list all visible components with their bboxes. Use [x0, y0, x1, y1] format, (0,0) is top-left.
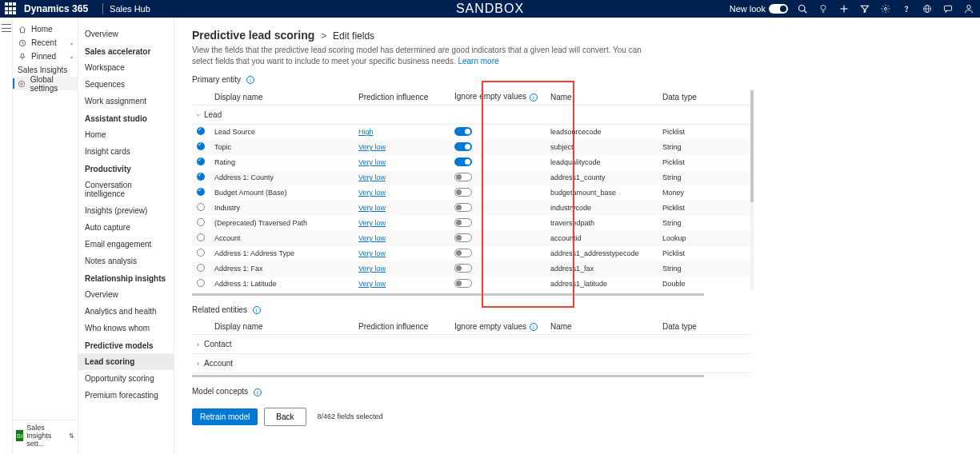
ignore-empty-toggle[interactable]	[454, 249, 472, 257]
scrollbar[interactable]	[750, 90, 754, 290]
table-row[interactable]: Lead Source High leadsourcecode Picklist	[192, 124, 752, 140]
side-analytics-health[interactable]: Analytics and health	[78, 303, 174, 320]
table-row[interactable]: Topic Very low subject String	[192, 140, 752, 155]
app-name[interactable]: Sales Hub	[110, 4, 150, 14]
area-switcher[interactable]: SI Sales Insights sett... ⇅	[13, 420, 78, 451]
ignore-empty-toggle[interactable]	[454, 264, 472, 273]
col-data-type[interactable]: Data type	[658, 319, 752, 335]
side-lead-scoring[interactable]: Lead scoring	[78, 353, 174, 370]
app-launcher-icon[interactable]	[5, 2, 18, 15]
help-icon[interactable]	[900, 2, 913, 15]
side-overview2[interactable]: Overview	[78, 286, 174, 303]
info-icon[interactable]: i	[246, 76, 254, 84]
messenger-icon[interactable]	[942, 2, 954, 15]
row-select-icon[interactable]	[197, 218, 205, 226]
col-name[interactable]: Name	[546, 319, 658, 335]
group-row-account[interactable]: ›Account	[192, 354, 752, 373]
ignore-empty-toggle[interactable]	[454, 188, 472, 197]
side-work-assignment[interactable]: Work assignment	[78, 93, 174, 110]
prediction-influence-link[interactable]: Very low	[358, 173, 386, 181]
retrain-button[interactable]: Retrain model	[192, 408, 258, 425]
prediction-influence-link[interactable]: Very low	[358, 143, 386, 151]
side-insights-preview[interactable]: Insights (preview)	[78, 202, 174, 219]
info-icon[interactable]: i	[530, 94, 538, 102]
row-select-icon[interactable]	[197, 173, 205, 181]
group-row-contact[interactable]: ›Contact	[192, 335, 752, 354]
side-sequences[interactable]: Sequences	[78, 76, 174, 93]
col-name[interactable]: Name	[546, 89, 658, 105]
ignore-empty-toggle[interactable]	[454, 173, 472, 181]
ignore-empty-toggle[interactable]	[454, 203, 472, 212]
side-notes-analysis[interactable]: Notes analysis	[78, 253, 174, 269]
nav-recent[interactable]: Recent ⌄	[13, 36, 78, 50]
col-display-name[interactable]: Display name	[210, 89, 354, 105]
person-icon[interactable]	[962, 2, 975, 15]
search-icon[interactable]	[796, 2, 809, 15]
group-row-lead[interactable]: ›Lead	[192, 105, 752, 124]
ignore-empty-toggle[interactable]	[454, 142, 472, 151]
ignore-empty-toggle[interactable]	[454, 279, 472, 288]
new-look-toggle[interactable]: New look	[730, 4, 788, 14]
gear-icon[interactable]	[879, 2, 892, 15]
table-row[interactable]: Address 1: Address Type Very low address…	[192, 246, 752, 261]
row-select-icon[interactable]	[197, 203, 205, 211]
table-row[interactable]: Address 1: County Very low address1_coun…	[192, 170, 752, 185]
ignore-empty-toggle[interactable]	[454, 218, 472, 227]
ignore-empty-toggle[interactable]	[454, 157, 472, 166]
nav-pinned[interactable]: Pinned ⌄	[13, 50, 78, 63]
table-row[interactable]: Address 1: Latitude Very low address1_la…	[192, 277, 752, 292]
ignore-empty-toggle[interactable]	[454, 233, 472, 242]
side-insight-cards[interactable]: Insight cards	[78, 143, 174, 160]
learn-more-link[interactable]: Learn more	[458, 57, 498, 66]
prediction-influence-link[interactable]: Very low	[358, 265, 386, 273]
nav-global-settings[interactable]: Global settings	[13, 77, 78, 90]
globe-icon[interactable]	[921, 2, 934, 15]
prediction-influence-link[interactable]: Very low	[358, 189, 386, 197]
table-row[interactable]: Budget Amount (Base) Very low budgetamou…	[192, 185, 752, 201]
prediction-influence-link[interactable]: Very low	[358, 249, 386, 257]
side-auto-capture[interactable]: Auto capture	[78, 219, 174, 236]
side-who-knows-whom[interactable]: Who knows whom	[78, 320, 174, 337]
prediction-influence-link[interactable]: Very low	[358, 219, 386, 227]
horizontal-scrollbar[interactable]	[192, 293, 704, 296]
row-select-icon[interactable]	[197, 249, 205, 257]
col-prediction-influence[interactable]: Prediction influence	[354, 319, 450, 335]
row-select-icon[interactable]	[197, 127, 205, 135]
side-conversation-intelligence[interactable]: Conversation intelligence	[78, 177, 174, 202]
nav-home[interactable]: Home	[13, 22, 78, 36]
back-button[interactable]: Back	[264, 408, 306, 426]
prediction-influence-link[interactable]: Very low	[358, 204, 386, 212]
row-select-icon[interactable]	[197, 264, 205, 272]
plus-icon[interactable]	[838, 2, 850, 15]
side-opportunity-scoring[interactable]: Opportunity scoring	[78, 370, 174, 387]
info-icon[interactable]: i	[253, 306, 261, 314]
table-row[interactable]: Account Very low accountid Lookup	[192, 231, 752, 246]
col-prediction-influence[interactable]: Prediction influence	[354, 89, 450, 105]
scrollbar-thumb[interactable]	[750, 90, 754, 202]
table-row[interactable]: Address 1: Fax Very low address1_fax Str…	[192, 261, 752, 277]
row-select-icon[interactable]	[197, 279, 205, 287]
prediction-influence-link[interactable]: Very low	[358, 158, 386, 166]
hamburger-icon[interactable]	[2, 24, 11, 32]
prediction-influence-link[interactable]: High	[358, 128, 374, 136]
col-ignore-empty[interactable]: Ignore empty valuesi	[450, 89, 546, 105]
col-display-name[interactable]: Display name	[210, 319, 354, 335]
lightbulb-icon[interactable]	[817, 2, 830, 15]
col-data-type[interactable]: Data type	[658, 89, 752, 105]
info-icon[interactable]: i	[530, 323, 538, 331]
col-ignore-empty[interactable]: Ignore empty valuesi	[450, 319, 546, 335]
filter-icon[interactable]	[858, 2, 871, 15]
side-email-engagement[interactable]: Email engagement	[78, 236, 174, 253]
table-row[interactable]: (Deprecated) Traversed Path Very low tra…	[192, 216, 752, 231]
info-icon[interactable]: i	[254, 388, 262, 396]
prediction-influence-link[interactable]: Very low	[358, 234, 386, 242]
row-select-icon[interactable]	[197, 142, 205, 150]
horizontal-scrollbar[interactable]	[192, 375, 704, 377]
ignore-empty-toggle[interactable]	[454, 127, 472, 136]
table-row[interactable]: Rating Very low leadqualitycode Picklist	[192, 155, 752, 170]
prediction-influence-link[interactable]: Very low	[358, 280, 386, 288]
side-premium-forecasting[interactable]: Premium forecasting	[78, 387, 174, 404]
side-home[interactable]: Home	[78, 126, 174, 143]
side-overview[interactable]: Overview	[78, 26, 174, 42]
row-select-icon[interactable]	[197, 233, 205, 241]
